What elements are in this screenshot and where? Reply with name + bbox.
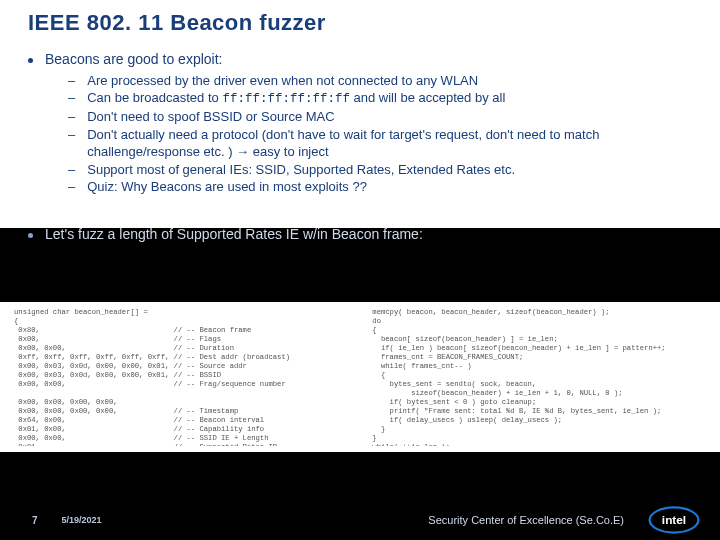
sub-text: Quiz: Why Beacons are used in most explo… (87, 178, 367, 196)
bullet-2-text: Let's fuzz a length of Supported Rates I… (45, 225, 423, 245)
bullet-2-wrap: Let's fuzz a length of Supported Rates I… (28, 225, 692, 247)
bullet-dot-icon (28, 58, 33, 63)
dash-icon: – (68, 72, 75, 90)
sub-text: Can be broadcasted to ff:ff:ff:ff:ff:ff … (87, 89, 505, 108)
slide-title: IEEE 802. 11 Beacon fuzzer (28, 10, 692, 36)
sub-text: Are processed by the driver even when no… (87, 72, 478, 90)
svg-text:intel: intel (662, 513, 686, 527)
slide-content: IEEE 802. 11 Beacon fuzzer Beacons are g… (0, 0, 720, 196)
sub-bullet-list: –Are processed by the driver even when n… (68, 72, 692, 196)
sub-text: Don't need to spoof BSSID or Source MAC (87, 108, 334, 126)
list-item: –Don't need to spoof BSSID or Source MAC (68, 108, 692, 126)
code-area: unsigned char beacon_header[] = { 0x80, … (6, 302, 714, 452)
list-item: –Support most of general IEs: SSID, Supp… (68, 161, 692, 179)
dash-icon: – (68, 108, 75, 126)
bullet-1: Beacons are good to exploit: (28, 50, 692, 70)
footer-center-text: Security Center of Excellence (Se.Co.E) (102, 514, 648, 526)
sub-text: Don't actually need a protocol (don't ha… (87, 126, 692, 161)
dash-icon: – (68, 161, 75, 179)
dash-icon: – (68, 89, 75, 107)
intel-logo-icon: intel (648, 503, 700, 537)
code-right-block: memcpy( beacon, beacon_header, sizeof(be… (372, 308, 706, 446)
bullet-dot-icon (28, 233, 33, 238)
bullet-2: Let's fuzz a length of Supported Rates I… (28, 225, 692, 245)
list-item: –Are processed by the driver even when n… (68, 72, 692, 90)
bullet-1-text: Beacons are good to exploit: (45, 50, 222, 70)
footer-date: 5/19/2021 (62, 515, 102, 525)
dash-icon: – (68, 126, 75, 144)
page-number: 7 (32, 515, 38, 526)
dash-icon: – (68, 178, 75, 196)
list-item: –Don't actually need a protocol (don't h… (68, 126, 692, 161)
slide-footer: 7 5/19/2021 Security Center of Excellenc… (0, 500, 720, 540)
list-item: –Can be broadcasted to ff:ff:ff:ff:ff:ff… (68, 89, 692, 108)
sub-text: Support most of general IEs: SSID, Suppo… (87, 161, 515, 179)
list-item: –Quiz: Why Beacons are used in most expl… (68, 178, 692, 196)
code-left-block: unsigned char beacon_header[] = { 0x80, … (14, 308, 364, 446)
